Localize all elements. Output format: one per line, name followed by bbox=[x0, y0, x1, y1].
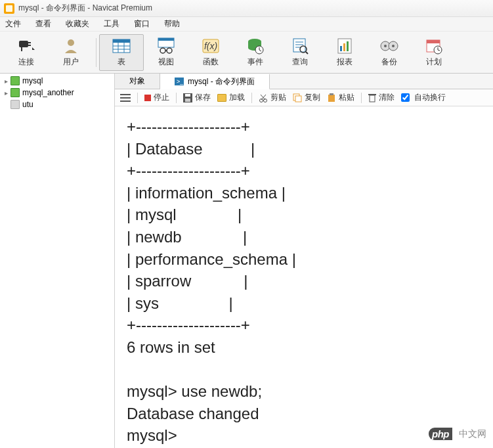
svg-rect-45 bbox=[185, 99, 190, 102]
load-button[interactable]: 加载 bbox=[217, 92, 245, 103]
schedule-icon bbox=[425, 37, 443, 55]
svg-text:f(x): f(x) bbox=[204, 41, 217, 51]
function-icon: f(x) bbox=[202, 37, 220, 55]
expand-arrow-icon[interactable]: ▸ bbox=[3, 78, 9, 85]
paste-icon bbox=[327, 93, 336, 102]
save-button[interactable]: 保存 bbox=[183, 92, 211, 103]
copy-button[interactable]: 复制 bbox=[293, 92, 320, 103]
svg-marker-3 bbox=[32, 47, 35, 50]
svg-rect-1 bbox=[28, 42, 31, 43]
svg-rect-29 bbox=[340, 46, 342, 51]
hamburger-icon bbox=[120, 94, 131, 102]
svg-rect-31 bbox=[347, 41, 349, 51]
title-bar: mysql - 命令列界面 - Navicat Premium bbox=[0, 0, 493, 17]
app-icon bbox=[4, 3, 14, 14]
tree-item-utu[interactable]: utu bbox=[0, 99, 114, 110]
main-toolbar: 连接 用户 表 视图 f(x) 函数 事件 查询 报表 备份 计划 bbox=[0, 32, 493, 74]
user-icon bbox=[62, 37, 80, 55]
svg-rect-30 bbox=[343, 43, 345, 51]
toolbar-backup[interactable]: 备份 bbox=[367, 34, 412, 71]
database-icon bbox=[11, 100, 20, 109]
paste-button[interactable]: 粘贴 bbox=[327, 92, 354, 103]
watermark-text: 中文网 bbox=[459, 428, 486, 440]
console-output[interactable]: +--------------------+ | Database | +---… bbox=[115, 106, 493, 448]
svg-rect-55 bbox=[368, 94, 376, 95]
clear-button[interactable]: 清除 bbox=[368, 92, 395, 103]
content-tabs: 对象 >_ mysql - 命令列界面 bbox=[115, 74, 493, 89]
svg-point-33 bbox=[384, 45, 387, 47]
watermark-php: php bbox=[429, 428, 452, 440]
svg-point-4 bbox=[68, 39, 74, 46]
table-icon bbox=[112, 37, 131, 55]
expand-arrow-icon bbox=[3, 101, 9, 108]
svg-rect-52 bbox=[328, 95, 335, 102]
scissors-icon bbox=[259, 93, 268, 102]
content-area: 对象 >_ mysql - 命令列界面 停止 保存 加载 剪贴 复制 粘贴 清除… bbox=[115, 74, 493, 448]
toolbar-event[interactable]: 事件 bbox=[233, 34, 278, 71]
folder-icon bbox=[217, 94, 226, 102]
toolbar-view[interactable]: 视图 bbox=[144, 34, 188, 71]
plug-icon bbox=[17, 37, 35, 55]
menu-bar: 文件 查看 收藏夹 工具 窗口 帮助 bbox=[0, 17, 493, 32]
console-toolbar: 停止 保存 加载 剪贴 复制 粘贴 清除 自动换行 bbox=[115, 89, 493, 106]
toolbar-report[interactable]: 报表 bbox=[322, 34, 367, 71]
toolbar-user[interactable]: 用户 bbox=[49, 34, 93, 71]
toolbar-function[interactable]: f(x) 函数 bbox=[188, 34, 233, 71]
menu-view[interactable]: 查看 bbox=[33, 18, 54, 30]
toolbar-connect[interactable]: 连接 bbox=[4, 34, 49, 71]
backup-icon bbox=[380, 37, 398, 55]
stop-icon bbox=[144, 95, 151, 101]
svg-point-35 bbox=[392, 45, 395, 47]
menu-window[interactable]: 窗口 bbox=[131, 18, 152, 30]
event-icon bbox=[246, 37, 265, 55]
toolbar-query[interactable]: 查询 bbox=[278, 34, 322, 71]
svg-rect-54 bbox=[370, 95, 375, 102]
report-icon bbox=[335, 37, 354, 55]
database-icon bbox=[11, 76, 20, 85]
tab-console[interactable]: >_ mysql - 命令列界面 bbox=[160, 74, 270, 89]
tree-item-mysql-another[interactable]: ▸ mysql_another bbox=[0, 87, 114, 99]
main-area: ▸ mysql ▸ mysql_another utu 对象 >_ mysql … bbox=[0, 74, 493, 448]
svg-rect-53 bbox=[330, 93, 333, 95]
tree-item-mysql[interactable]: ▸ mysql bbox=[0, 75, 114, 87]
watermark: php 中文网 bbox=[429, 428, 486, 440]
view-icon bbox=[157, 37, 175, 55]
cut-button[interactable]: 剪贴 bbox=[259, 92, 286, 103]
wrap-toggle[interactable]: 自动换行 bbox=[401, 92, 446, 103]
trash-icon bbox=[368, 93, 376, 102]
query-icon bbox=[291, 37, 309, 55]
expand-arrow-icon[interactable]: ▸ bbox=[3, 89, 9, 97]
menu-help[interactable]: 帮助 bbox=[161, 18, 182, 30]
menu-file[interactable]: 文件 bbox=[3, 18, 24, 30]
wrap-checkbox[interactable] bbox=[401, 93, 410, 102]
menu-toggle-button[interactable] bbox=[120, 94, 131, 102]
svg-point-14 bbox=[167, 48, 172, 53]
menu-favorites[interactable]: 收藏夹 bbox=[63, 18, 92, 30]
toolbar-table[interactable]: 表 bbox=[99, 34, 144, 71]
svg-rect-12 bbox=[158, 38, 174, 41]
svg-rect-6 bbox=[113, 39, 130, 43]
svg-text:>_: >_ bbox=[177, 78, 184, 85]
svg-rect-0 bbox=[19, 41, 28, 47]
tab-objects[interactable]: 对象 bbox=[115, 74, 160, 89]
svg-rect-2 bbox=[28, 45, 31, 46]
toolbar-schedule[interactable]: 计划 bbox=[412, 34, 456, 71]
copy-icon bbox=[293, 93, 302, 102]
svg-rect-51 bbox=[295, 96, 301, 102]
toolbar-separator bbox=[96, 38, 96, 67]
menu-tools[interactable]: 工具 bbox=[101, 18, 122, 30]
stop-button[interactable]: 停止 bbox=[144, 92, 169, 103]
svg-rect-44 bbox=[185, 94, 190, 97]
svg-rect-22 bbox=[293, 39, 305, 52]
connection-tree: ▸ mysql ▸ mysql_another utu bbox=[0, 74, 115, 448]
svg-line-27 bbox=[306, 52, 308, 54]
console-icon: >_ bbox=[175, 77, 184, 86]
svg-point-13 bbox=[160, 48, 165, 53]
window-title: mysql - 命令列界面 - Navicat Premium bbox=[18, 3, 152, 14]
database-icon bbox=[11, 88, 20, 97]
save-icon bbox=[183, 93, 192, 102]
svg-rect-37 bbox=[427, 40, 440, 43]
